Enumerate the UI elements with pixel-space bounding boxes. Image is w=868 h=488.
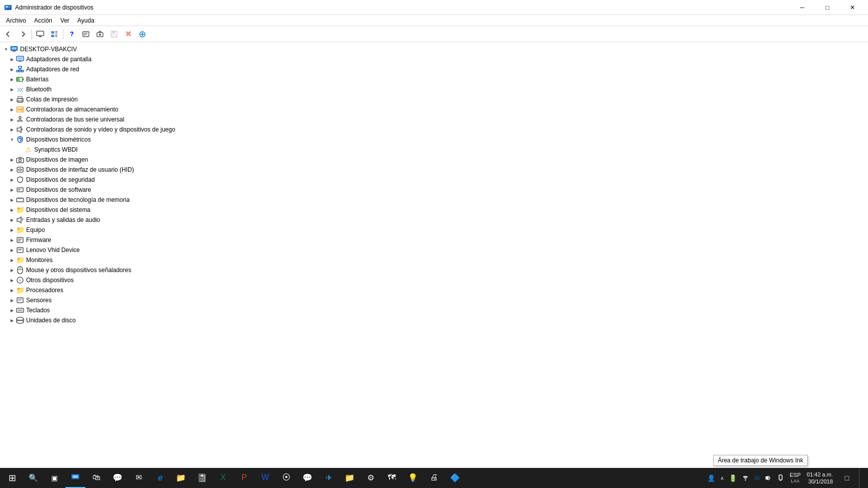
language-variant: LAA: [790, 478, 801, 484]
folder-icon: 📁: [16, 206, 24, 214]
list-item[interactable]: ▶ Teclados: [0, 305, 868, 315]
window-title: Administrador de dispositivos: [15, 4, 791, 11]
list-item[interactable]: ▶ Unidades de disco: [0, 315, 868, 325]
taskbar-printer[interactable]: 🖨: [424, 468, 444, 488]
menu-accion[interactable]: Acción: [30, 16, 56, 25]
list-item[interactable]: ▶ Controladoras de bus serie universal: [0, 114, 868, 125]
maximize-button[interactable]: □: [816, 0, 839, 15]
expander: ▶: [8, 105, 16, 113]
taskbar-mail[interactable]: ✉: [129, 468, 149, 488]
list-item[interactable]: ▶ Baterías: [0, 74, 868, 84]
taskbar-ppt[interactable]: P: [234, 468, 254, 488]
list-item[interactable]: ▶ Entradas y salidas de audio: [0, 215, 868, 225]
list-item[interactable]: ▶ Dispositivos de tecnología de memoria: [0, 195, 868, 205]
list-item[interactable]: ▶ Adaptadores de pantalla: [0, 54, 868, 64]
svg-rect-9: [51, 35, 54, 37]
taskbar-device-manager[interactable]: [65, 468, 85, 488]
taskbar-word[interactable]: W: [255, 468, 275, 488]
list-item[interactable]: ▶ Controladoras de sonido y vídeo y disp…: [0, 125, 868, 135]
people-icon[interactable]: 👤: [706, 474, 717, 482]
taskbar-settings[interactable]: ⚙: [361, 468, 381, 488]
notification-center-button[interactable]: □: [837, 468, 857, 488]
list-item[interactable]: ▼ Dispositivos biométricos: [0, 135, 868, 145]
taskbar-unknown[interactable]: 🔷: [445, 468, 465, 488]
list-item[interactable]: ▶ Mouse y otros dispositivos señaladores: [0, 265, 868, 275]
list-item[interactable]: ▶ Sensores: [0, 295, 868, 305]
list-item[interactable]: ▶ Dispositivos de seguridad: [0, 175, 868, 185]
taskbar-whatsapp[interactable]: 💬: [297, 468, 317, 488]
close-button[interactable]: ✕: [841, 0, 864, 15]
taskbar-folder2[interactable]: 📁: [340, 468, 360, 488]
expander: ▶: [8, 246, 16, 254]
item-label: Firmware: [26, 236, 51, 243]
title-bar: Administrador de dispositivos ─ □ ✕: [0, 0, 868, 15]
list-item[interactable]: ▶ Dispositivos de interfaz de usuario (H…: [0, 165, 868, 175]
expander: ▶: [8, 176, 16, 184]
taskbar-chrome[interactable]: ⦿: [276, 468, 296, 488]
properties-button[interactable]: [79, 28, 92, 40]
search-button[interactable]: 🔍: [23, 468, 43, 488]
menu-archivo[interactable]: Archivo: [2, 16, 30, 25]
add-button[interactable]: ⊕: [136, 28, 149, 40]
save-button[interactable]: [107, 28, 121, 40]
list-item[interactable]: ▶ Controladoras de almacenamiento: [0, 104, 868, 114]
network-tray-icon[interactable]: [740, 474, 750, 481]
tree-root[interactable]: ▼ DESKTOP-VBAKCIV: [0, 44, 868, 54]
taskbar-excel[interactable]: X: [213, 468, 233, 488]
lenovo-icon: [16, 246, 24, 254]
list-item[interactable]: ▶ Lenovo Vhid Device: [0, 245, 868, 255]
help-button[interactable]: ?: [65, 28, 78, 40]
list-item[interactable]: ▶ ? Otros dispositivos: [0, 275, 868, 285]
svg-rect-11: [55, 33, 57, 34]
taskbar-maps[interactable]: 🗺: [382, 468, 402, 488]
list-item[interactable]: ⚠ Synaptics WBDI: [0, 145, 868, 155]
svg-point-55: [19, 159, 22, 162]
minimize-button[interactable]: ─: [791, 0, 814, 15]
taskbar-skype[interactable]: 💬: [107, 468, 128, 488]
delete-button[interactable]: ✖: [122, 28, 135, 40]
list-item[interactable]: ▶ Dispositivos de software: [0, 185, 868, 195]
item-label: Adaptadores de red: [26, 66, 79, 73]
language-code: ESP: [790, 471, 801, 478]
list-item[interactable]: ▶ 📁 Procesadores: [0, 285, 868, 295]
taskbar-telegram[interactable]: ✈: [318, 468, 339, 488]
taskbar-lamp[interactable]: 💡: [403, 468, 423, 488]
language-indicator[interactable]: ESP LAA: [788, 471, 803, 484]
svg-point-93: [745, 479, 746, 480]
notification-icon[interactable]: ∧: [719, 475, 725, 481]
menu-ver[interactable]: Ver: [56, 16, 73, 25]
menu-ayuda[interactable]: Ayuda: [73, 16, 98, 25]
taskbar-edge[interactable]: ℯ: [150, 468, 170, 488]
list-item[interactable]: ▶ 📁 Dispositivos del sistema: [0, 205, 868, 215]
expander: ▶: [8, 85, 16, 93]
svg-rect-0: [5, 5, 12, 10]
taskbar-store[interactable]: 🛍: [86, 468, 106, 488]
scan-button[interactable]: [93, 28, 106, 40]
svg-line-69: [22, 219, 23, 220]
volume-tray-icon[interactable]: [764, 474, 774, 481]
computer-button[interactable]: [34, 28, 47, 40]
item-label: Equipo: [26, 226, 45, 233]
start-button[interactable]: ⊞: [2, 468, 22, 488]
window-controls: ─ □ ✕: [791, 0, 864, 15]
system-clock[interactable]: 01:42 a.m. 30/1/2018: [805, 471, 835, 485]
taskbar-onenote[interactable]: 📓: [192, 468, 212, 488]
list-item[interactable]: ▶ Colas de impresión: [0, 94, 868, 104]
list-item[interactable]: ▶ Dispositivos de imagen: [0, 155, 868, 165]
pen-tray-icon[interactable]: [776, 474, 786, 481]
task-view-button[interactable]: ▣: [44, 468, 64, 488]
back-button[interactable]: [2, 28, 15, 40]
show-hide-button[interactable]: [48, 28, 61, 40]
taskbar-folder[interactable]: 📁: [171, 468, 191, 488]
sensor-icon: [16, 296, 24, 304]
bluetooth-tray-icon[interactable]: ⯵: [752, 474, 762, 481]
list-item[interactable]: ▶ 📁 Equipo: [0, 225, 868, 235]
list-item[interactable]: ▶ Adaptadores de red: [0, 64, 868, 74]
list-item[interactable]: ▶ ⯵ Bluetooth: [0, 84, 868, 94]
battery-tray-icon[interactable]: 🔋: [727, 474, 738, 482]
item-label: Dispositivos del sistema: [26, 206, 90, 213]
list-item[interactable]: ▶ 📁 Monitores: [0, 255, 868, 265]
show-desktop-button[interactable]: [859, 468, 862, 488]
forward-button[interactable]: [16, 28, 29, 40]
list-item[interactable]: ▶ Firmware: [0, 235, 868, 245]
